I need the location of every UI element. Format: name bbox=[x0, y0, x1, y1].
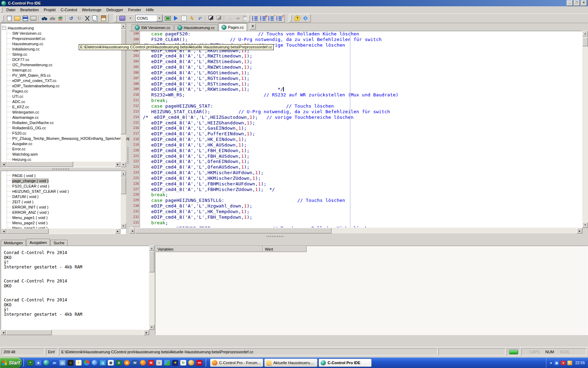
cut-button[interactable] bbox=[83, 15, 91, 22]
toolbar-grip[interactable] bbox=[115, 15, 117, 21]
console-hscroll-thumb[interactable] bbox=[6, 330, 52, 335]
tree-item-alarmanlage-cc[interactable]: Alarmanlage.cc bbox=[1, 115, 126, 120]
code-text[interactable]: eDIP_cmd4_8('A','L',PufferEINdown,1); bbox=[140, 131, 255, 137]
tree-item-pv-zsaug-teichp-blumen-bewassrg-h2oenthartg-speicherheizp-cc[interactable]: PV_ZSaug_Teichp_Blumen_Bewassrg_H2OEntha… bbox=[1, 136, 126, 141]
code-text[interactable]: eDIP_cmd4_8('A','L',HKMischerZUdown,1); bbox=[140, 176, 261, 181]
code-text[interactable]: break; bbox=[140, 220, 168, 226]
smiley-icon[interactable]: ☺ bbox=[68, 360, 74, 366]
google-earth-icon[interactable] bbox=[92, 360, 98, 366]
transfer-menu-button[interactable]: ▼ bbox=[126, 15, 134, 22]
editor-vscroll-down[interactable] bbox=[582, 222, 588, 228]
minimize-button[interactable] bbox=[567, 0, 573, 6]
code-text[interactable]: case pageHEIZUNG_ZEIT: // Touchs von Rol… bbox=[140, 226, 373, 227]
new-file-button[interactable] bbox=[5, 15, 13, 22]
find-button[interactable] bbox=[40, 15, 48, 22]
menu-grip[interactable] bbox=[1, 7, 2, 13]
info-button[interactable]: i bbox=[301, 15, 309, 22]
function-item-datum-void[interactable]: DATUM ( void ) bbox=[1, 194, 126, 199]
tree-item-e-kfz-cc[interactable]: E_KFZ.cc bbox=[1, 104, 126, 109]
editor-vscroll-thumb[interactable] bbox=[582, 37, 588, 46]
close-tab-button[interactable] bbox=[250, 23, 256, 29]
com-port-dropdown-button[interactable] bbox=[156, 15, 162, 21]
flash-button[interactable]: ϟ bbox=[188, 15, 196, 22]
code-text[interactable]: eDIP_cmd4_8('A','L',RGTtimedown,1); bbox=[140, 76, 250, 81]
variables-column-header[interactable]: Variablen bbox=[155, 246, 263, 252]
tab-haussteuerung-cc[interactable]: Haussteuerung.cc bbox=[174, 24, 218, 31]
left-hsplitter-grip[interactable] bbox=[52, 169, 69, 170]
function-item-menu-page1-void[interactable]: Menu_page1 ( void ) bbox=[1, 215, 126, 220]
tree-item-error-cc[interactable]: Error.cc bbox=[1, 146, 126, 151]
tab-suche[interactable]: Suche bbox=[50, 240, 68, 246]
taskbar-button-c-control-pro-forum[interactable]: C-Control Pro - Forum - ... bbox=[210, 359, 263, 367]
code-text[interactable]: break; bbox=[140, 192, 168, 198]
tab-pages-cc[interactable]: Pages.cc bbox=[218, 23, 247, 31]
collapse-all-button[interactable] bbox=[259, 15, 267, 22]
messenger-icon[interactable]: ☻ bbox=[35, 360, 41, 366]
printer-icon[interactable]: ≡ bbox=[156, 360, 162, 366]
toolbar-grip[interactable] bbox=[248, 15, 250, 21]
calculator-icon[interactable]: ▦ bbox=[108, 360, 114, 366]
tree-item-rolladeneg-og-cc[interactable]: RolladenEG_OG.cc bbox=[1, 125, 126, 130]
maxthon-icon[interactable]: M bbox=[148, 360, 154, 366]
tree-root[interactable]: − Haussteuerung bbox=[1, 25, 126, 30]
c-control-icon[interactable] bbox=[43, 360, 49, 366]
function-hscroll-right[interactable] bbox=[115, 229, 120, 234]
function-item-heizung-stat-clear-void[interactable]: HEIZUNG_STAT_CLEAR ( void ) bbox=[1, 189, 126, 194]
value-column-header[interactable]: Wert bbox=[263, 246, 307, 252]
code-text[interactable]: eDIP_cmd4_8('A','L',Hzgwahl_down,1); bbox=[140, 203, 252, 209]
code-text[interactable]: RS232=WR_RS; // RS232 auf WR zurückstell… bbox=[140, 92, 398, 98]
function-item-page-void[interactable]: PAGE ( void ) bbox=[1, 173, 126, 178]
console-hscroll-left[interactable] bbox=[1, 330, 6, 335]
tree-hscroll-left[interactable] bbox=[1, 162, 6, 167]
toolbar-grip[interactable] bbox=[290, 15, 292, 21]
dev-tool-icon[interactable]: * bbox=[27, 360, 33, 366]
code-text[interactable]: eDIP_cmd4_8('A','L',FBH_Tempdown,1); bbox=[140, 214, 252, 220]
editor-hscroll-right[interactable] bbox=[577, 228, 582, 233]
console-vscroll-up[interactable] bbox=[149, 246, 154, 251]
code-text[interactable]: eDIP_cmd4_8('A','L',RGOtimedown,1); bbox=[140, 70, 250, 76]
open-file-button[interactable] bbox=[13, 15, 21, 22]
function-vscroll-down[interactable] bbox=[121, 223, 126, 229]
code-text[interactable]: HEIZUNG_STAT_CLEAR(); // U-Prg notwendig… bbox=[140, 109, 390, 115]
w8-icon[interactable]: W8 bbox=[196, 360, 202, 366]
menu-c-control[interactable]: C-Control bbox=[58, 7, 79, 13]
run-button[interactable] bbox=[172, 15, 180, 22]
photos-icon[interactable] bbox=[164, 360, 170, 366]
chrome-icon[interactable] bbox=[84, 360, 90, 366]
function-item-zeit-void[interactable]: ZEIT ( void ) bbox=[1, 199, 126, 204]
code-text[interactable]: eDIP_cmd4_8('A','L',FBH_AUSdown,1); bbox=[140, 154, 250, 159]
mail-icon[interactable]: @ bbox=[59, 360, 65, 366]
replace-button[interactable]: ab bbox=[56, 15, 64, 22]
function-item-page-change-void[interactable]: page_change ( void ) bbox=[1, 178, 126, 183]
output-console[interactable]: Conrad C-Control Pro 2014 OKO ÿ! Interpr… bbox=[1, 246, 149, 330]
function-hscroll-thumb[interactable] bbox=[7, 229, 49, 234]
tree-vscroll-down[interactable] bbox=[121, 162, 126, 167]
code-text[interactable]: eDIP_cmd4_8('A','L',HK_Tempdown,1); bbox=[140, 209, 250, 214]
maximize-button[interactable] bbox=[574, 0, 580, 6]
excel-icon[interactable]: X bbox=[116, 360, 122, 366]
start-button[interactable]: Start bbox=[0, 357, 22, 368]
code-text[interactable]: case pageHEIZUNG_EINSTLLG: // Touchs lös… bbox=[140, 198, 345, 203]
editor-vscroll-up[interactable] bbox=[582, 31, 588, 36]
transfer-button[interactable] bbox=[118, 15, 126, 22]
refresh-icon[interactable]: ↻ bbox=[180, 360, 186, 366]
antivirus-icon[interactable]: V bbox=[561, 361, 566, 365]
menu-projekt[interactable]: Projekt bbox=[41, 7, 58, 13]
menu-datei[interactable]: Datei bbox=[4, 7, 18, 13]
firefox-icon[interactable] bbox=[140, 360, 146, 366]
function-hscroll-left[interactable] bbox=[1, 229, 6, 234]
add-project-file-button[interactable] bbox=[267, 15, 275, 22]
code-text[interactable]: /* eDIP_cmd4_8('A','L',HEIZGautodown,1);… bbox=[140, 115, 354, 120]
copy-button[interactable] bbox=[91, 15, 99, 22]
tree-item-string-cc[interactable]: String.cc bbox=[1, 52, 126, 57]
expand-all-button[interactable] bbox=[251, 15, 259, 22]
tree-item-dcf77-cc[interactable]: DCF77.cc bbox=[1, 57, 126, 62]
code-text[interactable]: eDIP_cmd4_8('A','L',HK_AUSdown,1); bbox=[140, 142, 247, 148]
function-item-menu-page2-void[interactable]: Menu_page2 ( void ) bbox=[1, 220, 126, 225]
tree-item-preprozessordef-cc[interactable]: Preprozessordef.cc bbox=[1, 36, 126, 41]
code-text[interactable]: eDIP_cmd4_8('A','L',RWZTtimedown,1); bbox=[140, 53, 252, 59]
console-vscroll-thumb[interactable] bbox=[149, 251, 154, 272]
code-text[interactable]: eDIP_cmd4_8('A','L',FBH_EINdown,1); bbox=[140, 148, 250, 154]
main-vsplitter-grip[interactable] bbox=[127, 147, 128, 164]
tab-ausgaben[interactable]: Ausgaben bbox=[26, 239, 50, 246]
